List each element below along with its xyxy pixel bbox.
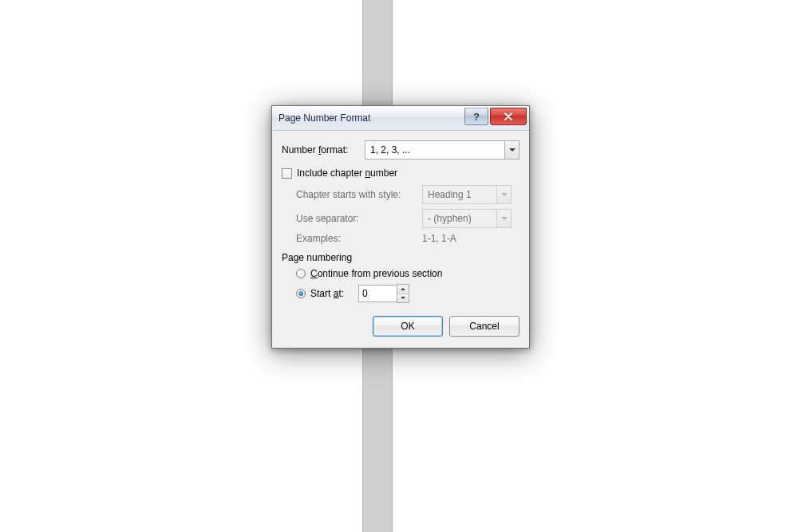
examples-label: Examples: [296,233,422,244]
include-chapter-checkbox[interactable] [282,168,292,179]
chapter-style-combo: Heading 1 [422,185,512,204]
dialog-title: Page Number Format [279,112,370,124]
help-icon: ? [473,112,480,122]
close-icon [504,112,513,120]
close-button[interactable] [490,108,527,125]
chevron-down-icon [509,148,516,152]
examples-value: 1-1, 1-A [422,233,456,244]
start-at-radio[interactable] [296,289,306,298]
start-at-spinner[interactable]: 0 [358,284,409,303]
number-format-combo[interactable]: 1, 2, 3, ... [365,140,519,160]
start-at-value[interactable]: 0 [358,285,397,302]
number-format-label: Number format: [282,144,365,156]
number-format-value: 1, 2, 3, ... [365,144,504,156]
chevron-down-icon [501,217,508,220]
separator-label: Use separator: [296,213,422,224]
include-chapter-label: Include chapter number [297,167,397,179]
chapter-style-label: Chapter starts with style: [296,189,422,200]
continue-radio[interactable] [296,269,306,278]
chevron-down-icon [401,297,405,299]
page-number-format-dialog: Page Number Format ? Number format: 1, 2… [271,105,530,349]
chevron-up-icon [401,288,405,290]
chapter-style-dropdown-button [496,186,511,203]
cancel-button[interactable]: Cancel [449,316,519,337]
chevron-down-icon [501,193,508,196]
spinner-down-button[interactable] [397,294,409,303]
radio-selected-dot [298,291,303,296]
title-bar[interactable]: Page Number Format ? [272,106,529,131]
help-button[interactable]: ? [464,108,488,125]
continue-label: Continue from previous section [310,268,442,279]
ok-button[interactable]: OK [373,316,443,337]
separator-combo: - (hyphen) [422,209,512,228]
start-at-label: Start at: [310,288,354,299]
separator-dropdown-button [496,210,511,227]
page-numbering-group-label: Page numbering [282,252,519,263]
number-format-dropdown-button[interactable] [504,141,519,159]
spinner-up-button[interactable] [397,285,409,294]
cancel-label: Cancel [469,321,499,332]
ok-label: OK [401,321,414,332]
separator-value: - (hyphen) [423,213,496,224]
chapter-style-value: Heading 1 [423,189,496,200]
